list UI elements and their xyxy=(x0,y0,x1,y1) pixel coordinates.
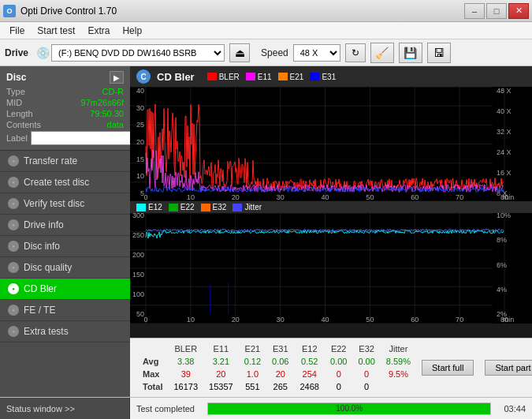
sidebar-item-icon-6: ● xyxy=(8,283,19,294)
stats-col-8: Jitter xyxy=(381,343,415,354)
sidebar-item-icon-1: ● xyxy=(8,177,19,188)
sidebar-item-label: Transfer rate xyxy=(24,155,77,166)
stat-row-label: Avg xyxy=(138,356,167,367)
sidebar-item-label: Verify test disc xyxy=(24,198,84,209)
start-full-button[interactable]: Start full xyxy=(422,360,474,376)
stat-cell-2-7 xyxy=(381,381,415,392)
sidebar-item-label: CD Bler xyxy=(24,283,57,294)
eject-button[interactable]: ⏏ xyxy=(229,43,250,62)
sidebar-item-drive-info[interactable]: ●Drive info xyxy=(0,215,130,236)
stats-col-3: E21 xyxy=(240,343,266,354)
titlebar-controls: – □ ✕ xyxy=(464,3,529,19)
status-window-button[interactable]: Status window >> xyxy=(0,398,130,420)
disc-label-input[interactable] xyxy=(31,131,130,145)
sidebar-item-extra-tests[interactable]: ●Extra tests xyxy=(0,321,130,342)
stats-col-1: BLER xyxy=(169,343,203,354)
titlebar: O Opti Drive Control 1.70 – □ ✕ xyxy=(0,0,532,22)
sidebar-item-label: Extra tests xyxy=(24,326,69,337)
save-button[interactable]: 🖫 xyxy=(427,43,451,63)
stats-col-5: E12 xyxy=(296,343,324,354)
stats-col-6: E22 xyxy=(326,343,352,354)
legend-item-jitter: Jitter xyxy=(233,203,262,211)
sidebar-nav: ●Transfer rate●Create test disc●Verify t… xyxy=(0,151,130,342)
stats-col-0 xyxy=(138,343,167,354)
app-title: Opti Drive Control 1.70 xyxy=(20,6,117,17)
menubar-item-help[interactable]: Help xyxy=(116,24,148,38)
stat-row-label: Max xyxy=(138,368,167,380)
sidebar-item-icon-7: ● xyxy=(8,305,19,316)
statusbar: Status window >> Test completed 100.0% 0… xyxy=(0,397,532,419)
stats-table: BLERE11E21E31E12E22E32Jitter Avg3.383.21… xyxy=(136,342,532,394)
stat-cell-0-3: 0.06 xyxy=(267,356,293,367)
maximize-button[interactable]: □ xyxy=(486,3,507,19)
legend-item-e12: E12 xyxy=(136,203,162,211)
menubar-item-extra[interactable]: Extra xyxy=(81,24,116,38)
sidebar-item-icon-3: ● xyxy=(8,219,19,230)
stats-header-row: BLERE11E21E31E12E22E32Jitter xyxy=(138,343,532,354)
disc-contents-label: Contents xyxy=(6,120,41,129)
legend-item-bler: BLER xyxy=(207,73,240,81)
stats-col-10 xyxy=(480,343,532,354)
sidebar-item-disc-info[interactable]: ●Disc info xyxy=(0,236,130,257)
start-full-cell: Start full xyxy=(417,356,478,380)
sidebar-item-create-test-disc[interactable]: ●Create test disc xyxy=(0,172,130,193)
sidebar-item-transfer-rate[interactable]: ●Transfer rate xyxy=(0,151,130,172)
stats-body: Avg3.383.210.120.060.520.000.008.59%Star… xyxy=(138,356,532,392)
stat-cell-0-1: 3.21 xyxy=(204,356,238,367)
sidebar-item-label: Drive info xyxy=(24,219,64,230)
sidebar: Disc ▶ Type CD-R MID 97m26s66f Length 79… xyxy=(0,66,130,397)
chart-icon: C xyxy=(136,69,151,84)
stat-row-label: Total xyxy=(138,381,167,392)
legend-item-e32: E32 xyxy=(201,203,227,211)
sidebar-item-fe---te[interactable]: ●FE / TE xyxy=(0,300,130,321)
sidebar-item-cd-bler[interactable]: ●CD Bler xyxy=(0,279,130,300)
stat-cell-2-3: 265 xyxy=(267,381,293,392)
speed-select[interactable]: 48 X xyxy=(293,44,340,62)
stat-cell-0-5: 0.00 xyxy=(326,356,352,367)
menubar-item-start-test[interactable]: Start test xyxy=(31,24,81,38)
status-time: 03:44 xyxy=(497,404,532,413)
erase-button[interactable]: 🧹 xyxy=(370,43,394,63)
refresh-button[interactable]: ↻ xyxy=(345,43,366,62)
progress-percent: 100.0% xyxy=(208,403,490,414)
legend-item-e31: E31 xyxy=(310,73,336,81)
drive-select[interactable]: (F:) BENQ DVD DD DW1640 BSRB xyxy=(51,44,225,62)
chart-legend-2: E12E22E32Jitter xyxy=(136,203,262,211)
start-part-button[interactable]: Start part xyxy=(485,360,532,376)
sidebar-item-disc-quality[interactable]: ●Disc quality xyxy=(0,257,130,279)
status-text: Test completed xyxy=(130,404,201,413)
disc-title: Disc xyxy=(6,72,26,83)
stat-cell-0-7: 8.59% xyxy=(381,356,415,367)
sidebar-item-icon-5: ● xyxy=(8,262,19,273)
stat-cell-1-7: 9.5% xyxy=(381,368,415,380)
chart-legend-1: BLERE11E21E31 xyxy=(207,73,337,81)
minimize-button[interactable]: – xyxy=(464,3,485,19)
sidebar-item-verify-test-disc[interactable]: ●Verify test disc xyxy=(0,193,130,215)
disc-type-label: Type xyxy=(6,87,25,96)
legend-item-e22: E22 xyxy=(169,203,195,211)
disc-arrow-button[interactable]: ▶ xyxy=(110,71,124,84)
disc-contents-value: data xyxy=(107,120,124,129)
e12-chart xyxy=(130,213,532,324)
stat-cell-1-2: 1.0 xyxy=(240,368,266,380)
burn-button[interactable]: 💾 xyxy=(399,43,422,63)
disc-type-value: CD-R xyxy=(102,87,125,96)
sidebar-item-label: Disc info xyxy=(24,241,60,252)
stats-col-9 xyxy=(417,343,478,354)
close-button[interactable]: ✕ xyxy=(508,3,529,19)
stat-cell-1-3: 20 xyxy=(267,368,293,380)
stats-col-4: E31 xyxy=(267,343,293,354)
menubar-item-file[interactable]: File xyxy=(3,24,31,38)
stats-col-7: E32 xyxy=(353,343,379,354)
menubar: FileStart testExtraHelp xyxy=(0,22,532,39)
chart2-header: E12E22E32Jitter xyxy=(130,201,532,213)
sidebar-item-icon-0: ● xyxy=(8,155,19,166)
stat-cell-1-4: 254 xyxy=(296,368,324,380)
stat-cell-0-0: 3.38 xyxy=(169,356,203,367)
disc-length-label: Length xyxy=(6,109,33,118)
progress-container: 100.0% xyxy=(207,402,491,415)
chart-header: C CD Bler BLERE11E21E31 xyxy=(130,66,532,87)
sidebar-item-icon-2: ● xyxy=(8,198,19,209)
start-part-cell: Start part xyxy=(480,356,532,380)
disc-label-label: Label xyxy=(6,133,28,143)
